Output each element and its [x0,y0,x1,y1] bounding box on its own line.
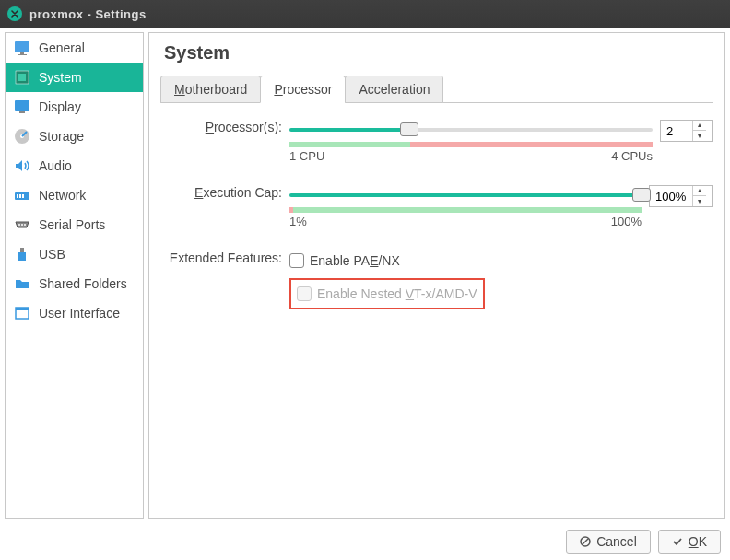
svg-point-15 [24,224,26,226]
sidebar-label: Audio [39,158,72,173]
svg-rect-1 [20,52,24,54]
display-icon [11,96,33,118]
tab-processor[interactable]: Processor [260,76,346,103]
exec-max-label: 100% [611,215,642,228]
sidebar-item-audio[interactable]: Audio [6,151,143,181]
tab-motherboard[interactable]: Motherboard [160,76,261,103]
close-icon[interactable] [7,6,22,21]
settings-sidebar: General System Display Storage Audio Net… [5,32,144,519]
system-icon [11,66,33,88]
checkbox-icon [289,253,304,268]
sidebar-label: User Interface [39,306,120,321]
content-panel: System Motherboard Processor Acceleratio… [148,32,725,519]
audio-icon [11,155,33,177]
sidebar-item-display[interactable]: Display [6,92,143,122]
exec-min-label: 1% [289,215,307,228]
titlebar: proxmox - Settings [0,0,730,28]
svg-rect-12 [22,194,24,198]
execution-cap-value[interactable] [650,190,692,204]
general-icon [11,37,33,59]
sidebar-item-shared-folders[interactable]: Shared Folders [6,269,143,298]
svg-point-13 [18,224,20,226]
processors-value[interactable] [661,124,692,138]
tab-acceleration[interactable]: Acceleration [345,76,443,103]
execution-cap-spinbox[interactable]: ▴▾ [649,185,713,207]
window-title: proxmox - Settings [29,7,147,21]
tab-label: Acceleration [359,82,430,97]
sidebar-label: General [39,41,85,55]
checkbox-nested-vt: Enable Nested VT-x/AMD-V [297,284,477,304]
usb-icon [11,243,33,265]
svg-point-14 [21,224,23,226]
sidebar-label: System [39,70,82,85]
tab-bar: Motherboard Processor Acceleration [160,75,713,103]
execution-cap-slider[interactable] [289,185,642,204]
svg-rect-2 [18,54,27,55]
svg-rect-10 [17,194,18,198]
cancel-icon [580,536,591,547]
exec-zone-bar [289,207,642,213]
svg-rect-0 [15,41,29,52]
checkbox-pae-nx[interactable]: Enable PAE/NX [289,251,713,271]
checkbox-label: Enable PAE/NX [310,253,400,268]
spin-up-icon[interactable]: ▴ [693,121,706,131]
sidebar-item-serial-ports[interactable]: Serial Ports [6,210,143,239]
sidebar-label: Network [39,188,86,203]
sidebar-label: USB [39,247,65,262]
proc-min-label: 1 CPU [289,149,324,163]
processors-label: Processor(s): [160,120,289,134]
network-icon [11,184,33,206]
svg-rect-19 [16,308,29,310]
cancel-button[interactable]: Cancel [566,530,651,554]
ok-icon [672,536,683,547]
checkbox-label: Enable Nested VT-x/AMD-V [317,286,477,301]
svg-rect-6 [19,111,25,113]
tab-label: rocessor [283,82,333,97]
spin-up-icon[interactable]: ▴ [693,186,706,196]
sidebar-label: Storage [39,129,84,144]
ok-button[interactable]: OK [658,530,721,554]
proc-max-label: 4 CPUs [611,149,653,163]
svg-rect-4 [18,74,26,81]
sidebar-item-usb[interactable]: USB [6,239,143,269]
sidebar-label: Display [39,99,81,114]
svg-rect-17 [18,252,26,261]
page-title: System [160,42,713,64]
sidebar-label: Serial Ports [39,217,105,232]
spin-down-icon[interactable]: ▾ [693,131,706,141]
ui-icon [11,302,33,324]
svg-rect-5 [15,100,29,111]
folder-icon [11,273,33,295]
sidebar-item-user-interface[interactable]: User Interface [6,298,143,328]
sidebar-label: Shared Folders [39,276,127,291]
execution-cap-label: Execution Cap: [160,185,289,200]
sidebar-item-general[interactable]: General [6,33,143,63]
svg-rect-11 [19,194,21,198]
highlight-nested-vt: Enable Nested VT-x/AMD-V [289,278,485,309]
processors-spinbox[interactable]: ▴▾ [660,120,713,142]
sidebar-item-network[interactable]: Network [6,181,143,210]
svg-rect-16 [20,248,24,252]
extended-features-label: Extended Features: [160,251,289,265]
button-label: OK [689,534,707,549]
tab-label: otherboard [185,82,248,97]
svg-line-21 [583,539,588,544]
processors-zone-bar [289,142,653,147]
footer: Cancel OK [0,523,730,560]
processors-slider[interactable] [289,120,653,138]
sidebar-item-storage[interactable]: Storage [6,122,143,151]
spin-down-icon[interactable]: ▾ [693,196,706,206]
sidebar-item-system[interactable]: System [6,63,143,92]
storage-icon [11,125,33,147]
checkbox-icon [297,286,312,301]
button-label: Cancel [596,534,637,549]
serial-icon [11,214,33,236]
